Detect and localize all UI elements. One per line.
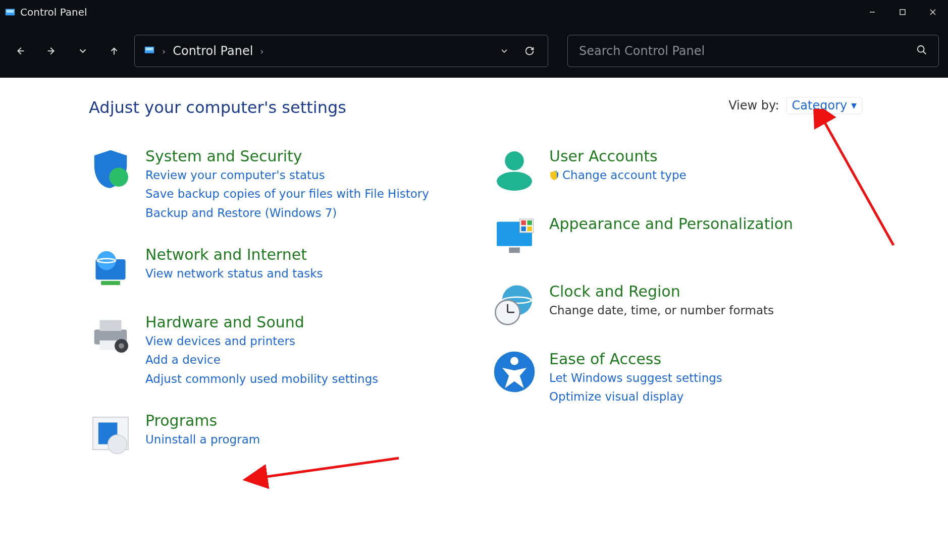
svg-point-10 xyxy=(918,46,924,52)
svg-line-11 xyxy=(923,51,926,54)
svg-rect-17 xyxy=(100,320,122,331)
category-system-security: System and Security Review your computer… xyxy=(89,147,457,221)
category-link[interactable]: Review your computer's status xyxy=(145,167,429,184)
category-title[interactable]: Appearance and Personalization xyxy=(549,215,793,233)
category-link[interactable]: Adjust commonly used mobility settings xyxy=(145,371,378,387)
category-link[interactable]: Optimize visual display xyxy=(549,388,722,405)
breadcrumb-separator-icon: › xyxy=(260,46,264,57)
svg-point-38 xyxy=(510,357,518,365)
uac-shield-icon xyxy=(549,169,559,185)
view-by-label: View by: xyxy=(728,98,779,113)
category-link[interactable]: Save backup copies of your files with Fi… xyxy=(145,186,429,202)
category-clock-region: Clock and Region Change date, time, or n… xyxy=(493,283,861,326)
category-link[interactable]: View network status and tasks xyxy=(145,265,323,282)
category-title[interactable]: User Accounts xyxy=(549,147,687,165)
view-by-value: Category xyxy=(792,98,848,113)
minimize-button[interactable] xyxy=(857,0,887,24)
svg-point-12 xyxy=(109,167,128,187)
category-programs: Programs Uninstall a program xyxy=(89,412,457,455)
address-icon xyxy=(144,44,155,58)
svg-point-24 xyxy=(505,151,524,171)
category-link[interactable]: Add a device xyxy=(145,352,378,368)
category-title[interactable]: Hardware and Sound xyxy=(145,313,378,331)
window-title: Control Panel xyxy=(20,6,87,18)
search-box[interactable] xyxy=(567,35,939,67)
accessibility-icon xyxy=(493,350,536,394)
svg-point-25 xyxy=(497,172,532,191)
svg-rect-31 xyxy=(521,227,525,231)
category-title[interactable]: System and Security xyxy=(145,147,429,165)
annotation-arrow-icon xyxy=(162,453,409,493)
back-button[interactable] xyxy=(9,40,31,62)
category-column-left: System and Security Review your computer… xyxy=(89,147,457,455)
svg-point-20 xyxy=(119,343,124,349)
search-input[interactable] xyxy=(579,44,916,58)
svg-rect-29 xyxy=(521,220,525,225)
category-ease-of-access: Ease of Access Let Windows suggest setti… xyxy=(493,350,861,406)
svg-rect-14 xyxy=(101,281,120,285)
svg-point-15 xyxy=(97,251,116,270)
svg-rect-27 xyxy=(509,248,520,253)
category-title[interactable]: Programs xyxy=(145,412,260,429)
clock-globe-icon xyxy=(493,283,536,326)
svg-rect-30 xyxy=(528,220,532,225)
svg-rect-1 xyxy=(7,10,14,13)
view-by-control: View by: Category ▼ xyxy=(728,97,862,114)
address-dropdown-button[interactable] xyxy=(495,42,513,60)
monitor-icon xyxy=(493,215,536,258)
address-bar[interactable]: › Control Panel › xyxy=(134,35,548,67)
user-icon xyxy=(493,147,536,191)
up-button[interactable] xyxy=(103,40,125,62)
category-subtext: Change date, time, or number formats xyxy=(549,302,774,319)
history-dropdown-button[interactable] xyxy=(72,40,94,62)
programs-icon xyxy=(89,412,132,455)
breadcrumb-separator-icon: › xyxy=(162,46,166,57)
svg-line-40 xyxy=(262,458,399,477)
globe-monitor-icon xyxy=(89,246,132,289)
svg-rect-32 xyxy=(528,227,532,231)
category-title[interactable]: Network and Internet xyxy=(145,246,323,263)
chevron-down-icon: ▼ xyxy=(851,101,857,109)
printer-icon xyxy=(89,313,132,357)
maximize-button[interactable] xyxy=(887,0,918,24)
svg-rect-3 xyxy=(900,10,905,15)
breadcrumb-item[interactable]: Control Panel xyxy=(173,44,253,58)
view-by-dropdown[interactable]: Category ▼ xyxy=(786,97,862,114)
forward-button[interactable] xyxy=(40,40,63,62)
category-link[interactable]: Let Windows suggest settings xyxy=(549,370,722,386)
category-link[interactable]: View devices and printers xyxy=(145,333,378,350)
category-title[interactable]: Ease of Access xyxy=(549,350,722,368)
app-icon xyxy=(0,7,20,18)
content-area: Adjust your computer's settings View by:… xyxy=(0,78,948,455)
search-icon xyxy=(916,44,927,58)
title-bar: Control Panel xyxy=(0,0,948,24)
category-network-internet: Network and Internet View network status… xyxy=(89,246,457,289)
category-title[interactable]: Clock and Region xyxy=(549,283,774,300)
navigation-bar: › Control Panel › xyxy=(0,24,948,78)
category-link[interactable]: Backup and Restore (Windows 7) xyxy=(145,205,429,221)
category-appearance-personalization: Appearance and Personalization xyxy=(493,215,861,258)
category-user-accounts: User Accounts Change account type xyxy=(493,147,861,191)
svg-point-23 xyxy=(108,435,127,454)
category-hardware-sound: Hardware and Sound View devices and prin… xyxy=(89,313,457,387)
category-link[interactable]: Uninstall a program xyxy=(145,431,260,448)
category-link[interactable]: Change account type xyxy=(549,167,687,185)
category-column-right: User Accounts Change account type Appear… xyxy=(493,147,861,455)
refresh-button[interactable] xyxy=(520,42,539,60)
close-button[interactable] xyxy=(918,0,948,24)
shield-icon xyxy=(89,147,132,191)
svg-rect-9 xyxy=(146,47,153,50)
